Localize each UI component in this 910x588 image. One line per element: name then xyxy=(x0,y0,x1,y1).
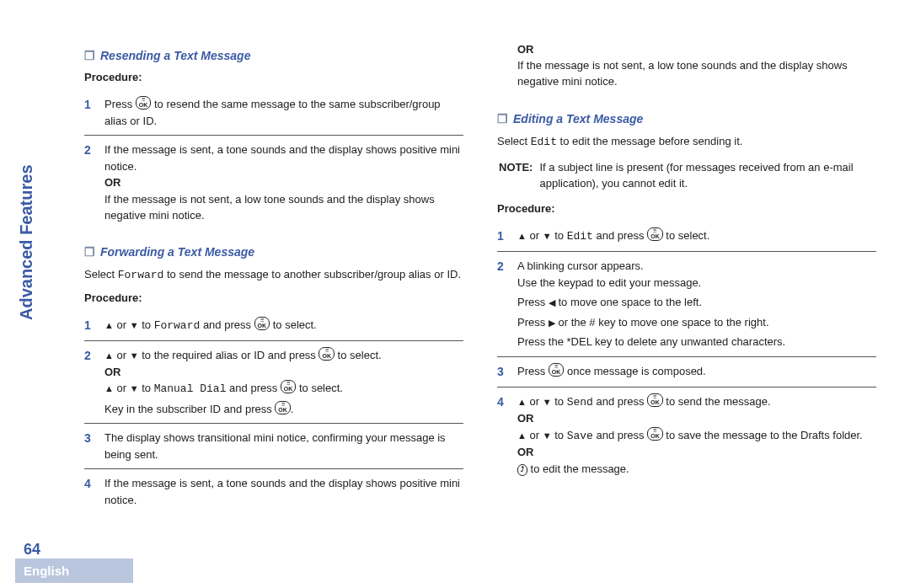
code-text: Edit xyxy=(531,136,557,148)
step-number: 4 xyxy=(497,393,509,411)
ok-button-icon: ☰OK xyxy=(647,427,663,441)
text: If the message is not sent, a low tone s… xyxy=(517,58,876,90)
text: to xyxy=(552,395,567,408)
step-body: If the message is sent, a tone sounds an… xyxy=(104,142,463,224)
or-label: OR xyxy=(517,42,876,58)
step-body: Press ☰OK to resend the same message to … xyxy=(104,96,463,129)
code-text: Forward xyxy=(118,269,164,281)
left-arrow-icon: ◀ xyxy=(549,297,555,307)
text: and press xyxy=(593,229,647,242)
step-body: Press ☰OK once message is composed. xyxy=(517,363,876,380)
down-arrow-icon: ▼ xyxy=(130,350,139,361)
step-row: 4 ▲ or ▼ to Send and press ☰OK to send t… xyxy=(497,388,876,484)
step-number: 1 xyxy=(84,317,96,334)
text: to select. xyxy=(296,382,343,394)
step-body: ▲ or ▼ to Send and press ☰OK to send the… xyxy=(517,393,876,478)
note-label: NOTE: xyxy=(499,161,533,174)
text: to send the message to another subscribe… xyxy=(163,268,461,281)
text: or xyxy=(527,429,543,441)
text: to xyxy=(552,429,567,441)
step-number: 2 xyxy=(84,142,96,159)
code-text: Save xyxy=(567,430,593,442)
down-arrow-icon: ▼ xyxy=(130,320,139,330)
heading-editing: ❐ Editing a Text Message xyxy=(497,112,876,126)
step-body: A blinking cursor appears. Use the keypa… xyxy=(517,258,876,350)
up-arrow-icon: ▲ xyxy=(104,383,114,393)
step-row: 3 Press ☰OK once message is composed. xyxy=(497,357,876,388)
step-number: 2 xyxy=(497,258,509,275)
step-body: ▲ or ▼ to the required alias or ID and p… xyxy=(104,347,463,417)
down-arrow-icon: ▼ xyxy=(543,397,552,407)
or-label: OR xyxy=(104,364,463,381)
or-label: OR xyxy=(517,410,876,427)
text: Select xyxy=(84,268,118,281)
note-text: If a subject line is present (for messag… xyxy=(539,160,875,192)
procedure-label: Procedure: xyxy=(84,291,463,304)
page-content: ❐ Resending a Text Message Procedure: 1 … xyxy=(0,0,910,531)
ok-button-icon: ☰OK xyxy=(254,317,270,330)
heading-text: Forwarding a Text Message xyxy=(100,245,254,259)
text: If the message is sent, a tone sounds an… xyxy=(104,142,463,174)
text: to xyxy=(552,229,567,242)
text: A blinking cursor appears. xyxy=(517,258,876,275)
text: Press xyxy=(517,316,549,329)
step-number: 2 xyxy=(84,347,96,365)
text: to select. xyxy=(270,318,317,331)
ok-button-icon: ☰OK xyxy=(318,347,335,361)
page-icon: ❐ xyxy=(497,112,508,126)
step-row: 1 ▲ or ▼ to Edit and press ☰OK to select… xyxy=(497,222,876,252)
text: or xyxy=(114,382,130,394)
step-row: 2 If the message is sent, a tone sounds … xyxy=(84,136,463,230)
step-row: 2 A blinking cursor appears. Use the key… xyxy=(497,252,876,357)
step-row: 2 ▲ or ▼ to the required alias or ID and… xyxy=(84,341,463,424)
step-body: ▲ or ▼ to Forward and press ☰OK to selec… xyxy=(104,317,463,334)
heading-text: Resending a Text Message xyxy=(100,49,250,62)
procedure-label: Procedure: xyxy=(497,202,876,215)
text: and press xyxy=(200,318,254,331)
or-label: OR xyxy=(517,444,876,461)
ok-button-icon: ☰OK xyxy=(136,96,152,110)
down-arrow-icon: ▼ xyxy=(130,383,139,393)
code-text: Forward xyxy=(154,319,201,332)
text: Use the keypad to edit your message. xyxy=(517,275,876,291)
step-row: 3 The display shows transitional mini no… xyxy=(84,424,463,469)
right-arrow-icon: ▶ xyxy=(549,318,555,328)
up-arrow-icon: ▲ xyxy=(104,320,114,330)
text: to edit the message. xyxy=(527,462,629,475)
text: If the message is not sent, a low tone s… xyxy=(104,191,463,224)
text: or xyxy=(114,349,130,361)
note-block: NOTE: If a subject line is present (for … xyxy=(497,158,876,194)
language-bar: English xyxy=(15,559,133,583)
text: and press xyxy=(226,382,280,394)
step-number: 1 xyxy=(84,96,96,114)
text: to edit the message before sending it. xyxy=(557,135,742,147)
back-button-icon: ⤴ xyxy=(517,464,527,476)
intro-text: Select Edit to edit the message before s… xyxy=(497,134,876,151)
page-icon: ❐ xyxy=(84,245,95,259)
text: once message is composed. xyxy=(564,365,705,377)
code-text: Edit xyxy=(567,230,593,243)
text: Press xyxy=(517,296,549,308)
up-arrow-icon: ▲ xyxy=(517,231,527,241)
text: to xyxy=(139,318,154,331)
step-row: 1 ▲ or ▼ to Forward and press ☰OK to sel… xyxy=(84,311,463,341)
ok-button-icon: ☰OK xyxy=(647,393,663,407)
down-arrow-icon: ▼ xyxy=(543,430,552,441)
text: or xyxy=(114,318,130,331)
page-icon: ❐ xyxy=(84,49,95,62)
text: to move one space to the left. xyxy=(555,296,702,308)
step-number: 3 xyxy=(497,363,509,381)
sidebar-title: Advanced Features xyxy=(17,164,36,320)
procedure-label: Procedure: xyxy=(84,71,463,83)
text: Select xyxy=(497,135,531,147)
text: to xyxy=(139,382,154,394)
text: and press xyxy=(593,395,647,408)
ok-button-icon: ☰OK xyxy=(281,380,297,393)
heading-resending: ❐ Resending a Text Message xyxy=(84,49,463,62)
step-row: 1 Press ☰OK to resend the same message t… xyxy=(84,90,463,136)
page-number: 64 xyxy=(24,541,40,559)
heading-forwarding: ❐ Forwarding a Text Message xyxy=(84,245,463,259)
text: or xyxy=(527,229,543,242)
text: . xyxy=(291,403,294,415)
code-text: Send xyxy=(567,396,593,409)
